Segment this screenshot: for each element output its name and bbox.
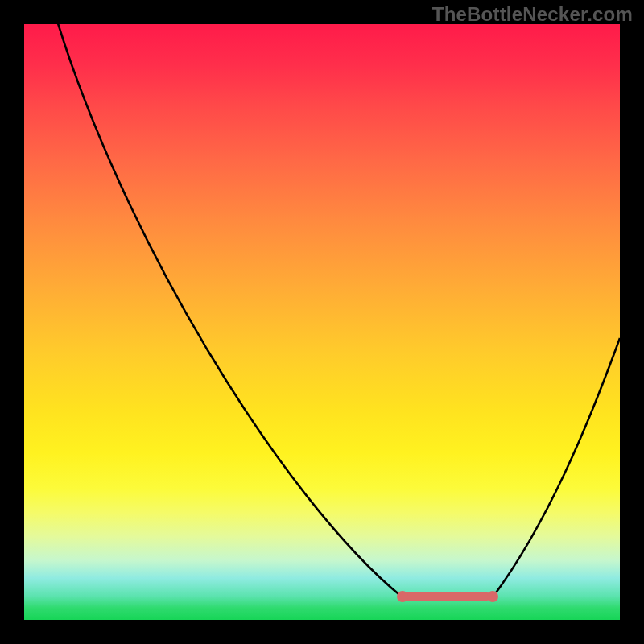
bottleneck-curve xyxy=(24,24,620,620)
plot-area xyxy=(24,24,620,620)
chart-frame: TheBottleNecker.com xyxy=(0,0,644,644)
watermark-text: TheBottleNecker.com xyxy=(432,3,633,26)
curve-right-segment xyxy=(493,338,620,597)
curve-left-segment xyxy=(55,24,402,597)
optimal-range-end-dot xyxy=(487,591,498,602)
optimal-range-start-dot xyxy=(397,591,408,602)
